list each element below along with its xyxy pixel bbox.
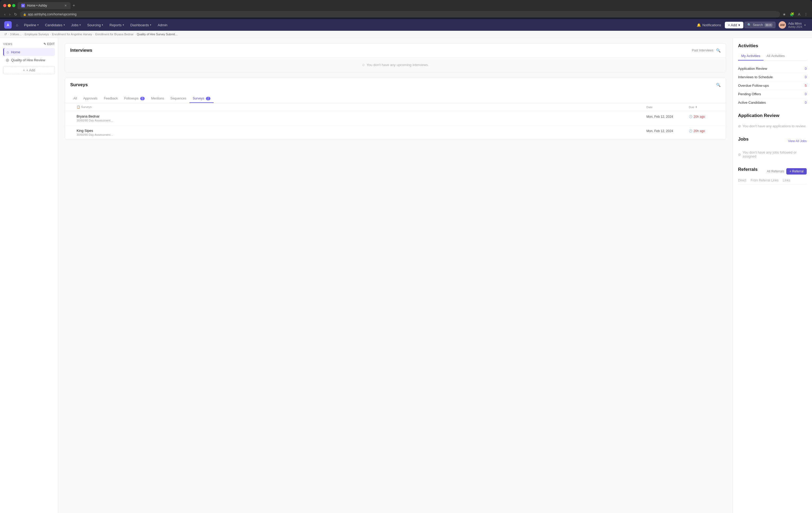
address-bar[interactable]: 🔒 app.ashbyhq.com/home/upcoming (20, 11, 780, 18)
back-button[interactable]: ‹ (3, 11, 7, 18)
sidebar-item-home-label: Home (11, 50, 20, 54)
tab-all-activities[interactable]: All Activities (763, 52, 788, 60)
nav-item-candidates[interactable]: Candidates ▾ (42, 22, 67, 29)
all-referrals-link[interactable]: All Referrals (767, 169, 784, 173)
lock-icon: 🔒 (23, 13, 26, 16)
row-name-secondary: 30/60/90 Day Assessment... (77, 119, 646, 122)
nav-item-reports[interactable]: Reports ▾ (107, 22, 127, 29)
view-all-jobs-link[interactable]: View All Jobs (788, 139, 807, 143)
forward-button[interactable]: › (8, 11, 12, 18)
app-logo[interactable]: A (4, 21, 12, 29)
application-review-title: Application Review (738, 113, 807, 118)
bell-icon: 🔔 (697, 23, 701, 27)
notifications-button[interactable]: 🔔 Notifications (694, 22, 724, 29)
empty-icon: ⊘ (738, 124, 741, 128)
menu-button[interactable]: ⋮ (803, 11, 809, 18)
content-area: Interviews Past Interviews 🔍 ⊘ You don't… (58, 38, 732, 513)
surveys-col-icon: 📋 (77, 105, 80, 108)
activity-label: Overdue Follow-ups (738, 84, 769, 87)
activity-item[interactable]: Application Review 0 (738, 64, 807, 73)
breadcrumb-enrollment-bryana[interactable]: Enrollment for Bryana Bednar (95, 33, 134, 36)
past-interviews-link[interactable]: Past Interviews (692, 49, 714, 52)
row-name-secondary: 30/60/90 Day Assessment... (77, 133, 646, 136)
sidebar-item-home[interactable]: ⌂ Home (3, 48, 55, 56)
user-name: Ada Minn (788, 22, 802, 25)
activity-item[interactable]: Interviews to Schedule 0 (738, 73, 807, 81)
table-row[interactable]: King Sipes 30/60/90 Day Assessment... Mo… (65, 126, 726, 139)
activity-item[interactable]: Overdue Follow-ups 5 (738, 81, 807, 90)
reload-button[interactable]: ↻ (13, 11, 18, 18)
tab-surveys[interactable]: Surveys 2 (190, 94, 213, 103)
user-menu[interactable]: AM Ada Minn Ashby 2024 ▾ (777, 20, 808, 30)
breadcrumb-enrollment-angeline[interactable]: Enrollment for Angeline Harvey (52, 33, 92, 36)
activity-count: 0 (805, 101, 807, 105)
close-button[interactable] (3, 4, 6, 7)
table-row[interactable]: Bryana Bednar 30/60/90 Day Assessment...… (65, 111, 726, 126)
tab-all[interactable]: All (70, 94, 80, 103)
bookmark-button[interactable]: ★ (782, 11, 787, 18)
empty-icon: ⊘ (738, 153, 741, 157)
surveys-title: Surveys (70, 82, 88, 87)
history-icon[interactable]: ↺ (4, 32, 7, 36)
activity-label: Application Review (738, 66, 767, 71)
pencil-icon: ✎ (44, 42, 47, 46)
tab-my-activities[interactable]: My Activities (738, 52, 763, 60)
jobs-chevron-icon: ▾ (80, 24, 81, 26)
interviews-search-icon[interactable]: 🔍 (716, 48, 721, 53)
sidebar-item-quality-of-hire[interactable]: ◎ Quality of Hire Review (3, 56, 55, 64)
tab-close-button[interactable]: ✕ (64, 4, 67, 7)
breadcrumb-more[interactable]: 3 More... (10, 33, 22, 36)
search-button[interactable]: 🔍 Search ⌘+K (745, 22, 776, 28)
user-year: Ashby 2024 (788, 25, 802, 28)
application-review-empty: ⊘ You don't have any applications to rev… (738, 122, 807, 130)
sidebar-add-button[interactable]: + + Add (3, 66, 55, 74)
tab-favicon: A (21, 4, 25, 7)
activities-tabs: My Activities All Activities (738, 52, 807, 61)
add-referral-button[interactable]: + Referral (786, 168, 807, 174)
breadcrumb-employee-surveys[interactable]: Employee Surveys (25, 33, 49, 36)
activities-section: Activities My Activities All Activities … (738, 43, 807, 107)
add-chevron-icon: ▾ (738, 23, 740, 27)
surveys-badge: 2 (206, 97, 211, 100)
home-nav-button[interactable]: ⌂ (14, 21, 20, 29)
clock-icon: 🕐 (689, 115, 693, 118)
browser-tab[interactable]: A Home • Ashby ✕ (18, 2, 70, 9)
nav-item-jobs[interactable]: Jobs ▾ (69, 22, 84, 29)
add-button[interactable]: + Add ▾ (725, 22, 743, 28)
tab-approvals[interactable]: Approvals (80, 94, 100, 103)
activity-label: Active Candidates (738, 101, 766, 105)
url-text: app.ashbyhq.com/home/upcoming (28, 12, 76, 16)
referral-direct-tab[interactable]: Direct (738, 179, 746, 182)
minimize-button[interactable] (8, 4, 11, 7)
extension-button[interactable]: 🧩 (789, 11, 795, 18)
col-surveys-header: 📋 Surveys (77, 105, 646, 109)
activity-label: Interviews to Schedule (738, 75, 773, 79)
tab-feedback[interactable]: Feedback (101, 94, 121, 103)
referral-links2-tab[interactable]: Links (783, 179, 790, 182)
tab-followups[interactable]: Followups 5 (121, 94, 148, 103)
nav-item-admin[interactable]: Admin (155, 22, 170, 29)
maximize-button[interactable] (12, 4, 16, 7)
surveys-search-icon[interactable]: 🔍 (716, 83, 721, 87)
activity-count: 0 (805, 66, 807, 71)
tab-mentions[interactable]: Mentions (148, 94, 167, 103)
home-icon: ⌂ (7, 50, 9, 54)
nav-item-dashboards[interactable]: Dashboards ▾ (128, 22, 154, 29)
nav-item-sourcing[interactable]: Sourcing ▾ (85, 22, 106, 29)
activity-item[interactable]: Active Candidates 0 (738, 99, 807, 107)
activity-item[interactable]: Pending Offers 0 (738, 90, 807, 99)
table-header: 📋 Surveys Date Due ⬆ (65, 103, 726, 111)
search-kbd: ⌘+K (764, 23, 773, 27)
edit-views-button[interactable]: ✎ Edit (44, 42, 55, 46)
profile-button[interactable]: A (797, 11, 802, 18)
breadcrumb-current: Quality of Hire Survey Submit... (137, 33, 177, 36)
quality-icon: ◎ (6, 58, 9, 62)
activity-label: Pending Offers (738, 92, 761, 96)
nav-item-pipeline[interactable]: Pipeline ▾ (21, 22, 41, 29)
avatar: AM (779, 21, 786, 29)
application-review-section: Application Review ⊘ You don't have any … (738, 113, 807, 130)
new-tab-button[interactable]: + (71, 3, 76, 8)
referral-links-tab[interactable]: From Referral Links (751, 179, 778, 182)
tab-sequences[interactable]: Sequences (167, 94, 190, 103)
row-date: Mon, Feb 12, 2024 (646, 129, 689, 133)
